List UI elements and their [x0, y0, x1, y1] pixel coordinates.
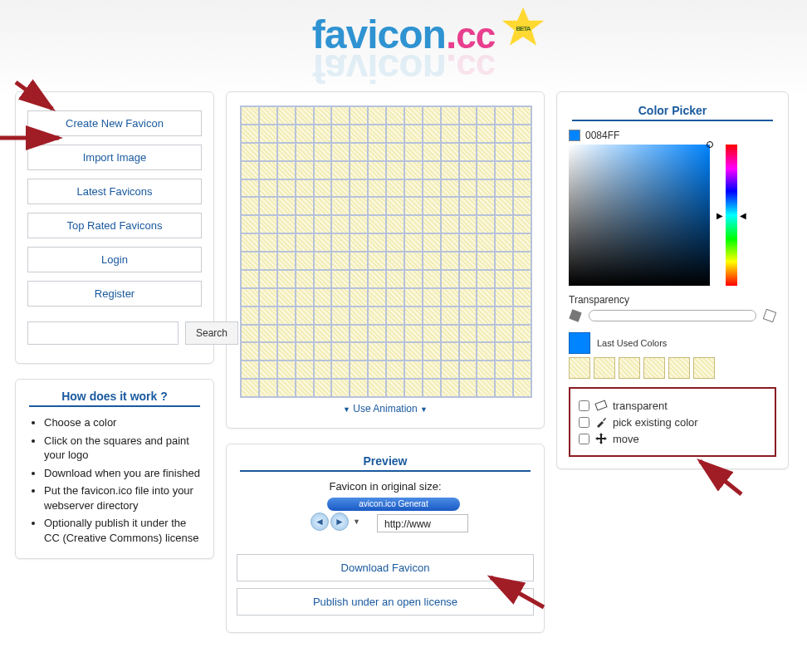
pixel-cell[interactable]: [423, 125, 441, 143]
pixel-cell[interactable]: [331, 361, 350, 379]
pixel-cell[interactable]: [459, 325, 477, 343]
pixel-cell[interactable]: [441, 106, 459, 125]
pixel-cell[interactable]: [513, 307, 531, 325]
pixel-cell[interactable]: [241, 325, 259, 343]
pixel-cell[interactable]: [331, 215, 350, 233]
pixel-cell[interactable]: [513, 325, 531, 343]
pixel-cell[interactable]: [277, 252, 296, 270]
pixel-cell[interactable]: [331, 288, 350, 307]
pixel-cell[interactable]: [259, 179, 277, 198]
pixel-cell[interactable]: [368, 125, 386, 143]
pixel-cell[interactable]: [314, 270, 332, 288]
pixel-cell[interactable]: [386, 379, 404, 397]
pixel-cell[interactable]: [314, 197, 332, 215]
pixel-cell[interactable]: [404, 125, 423, 143]
pixel-cell[interactable]: [277, 342, 296, 361]
pixel-cell[interactable]: [296, 197, 314, 215]
pixel-cell[interactable]: [368, 215, 386, 233]
pixel-cell[interactable]: [423, 342, 441, 361]
pixel-cell[interactable]: [314, 143, 332, 161]
pixel-cell[interactable]: [277, 361, 296, 379]
pixel-cell[interactable]: [314, 307, 332, 325]
pixel-cell[interactable]: [441, 233, 459, 252]
pixel-cell[interactable]: [477, 125, 495, 143]
pixel-cell[interactable]: [477, 342, 495, 361]
pixel-cell[interactable]: [350, 270, 368, 288]
last-color-swatch[interactable]: [693, 357, 715, 379]
pixel-cell[interactable]: [296, 106, 314, 125]
pixel-cell[interactable]: [477, 252, 495, 270]
pixel-cell[interactable]: [513, 342, 531, 361]
pixel-cell[interactable]: [477, 143, 495, 161]
pixel-cell[interactable]: [368, 161, 386, 179]
pixel-cell[interactable]: [495, 325, 513, 343]
pixel-cell[interactable]: [314, 233, 332, 252]
pick-color-checkbox[interactable]: [579, 417, 589, 428]
pixel-cell[interactable]: [513, 215, 531, 233]
pixel-cell[interactable]: [241, 252, 259, 270]
pixel-cell[interactable]: [259, 361, 277, 379]
pixel-cell[interactable]: [331, 270, 350, 288]
pixel-cell[interactable]: [459, 379, 477, 397]
download-favicon-button[interactable]: Download Favicon: [237, 554, 534, 581]
import-image-button[interactable]: Import Image: [27, 145, 202, 170]
pixel-cell[interactable]: [441, 125, 459, 143]
pixel-cell[interactable]: [495, 252, 513, 270]
pixel-cell[interactable]: [314, 342, 332, 361]
pixel-cell[interactable]: [441, 288, 459, 307]
pixel-cell[interactable]: [423, 106, 441, 125]
pixel-cell[interactable]: [477, 161, 495, 179]
pixel-cell[interactable]: [241, 270, 259, 288]
pixel-cell[interactable]: [441, 361, 459, 379]
pixel-cell[interactable]: [350, 252, 368, 270]
pixel-cell[interactable]: [368, 197, 386, 215]
pixel-cell[interactable]: [331, 233, 350, 252]
pixel-cell[interactable]: [423, 233, 441, 252]
pixel-cell[interactable]: [404, 307, 423, 325]
pixel-cell[interactable]: [423, 361, 441, 379]
pixel-cell[interactable]: [368, 307, 386, 325]
pixel-cell[interactable]: [441, 307, 459, 325]
pixel-cell[interactable]: [277, 215, 296, 233]
pixel-cell[interactable]: [423, 307, 441, 325]
last-color-swatch[interactable]: [569, 357, 590, 379]
pixel-cell[interactable]: [314, 106, 332, 125]
pixel-cell[interactable]: [368, 106, 386, 125]
pixel-cell[interactable]: [513, 179, 531, 198]
pixel-cell[interactable]: [459, 125, 477, 143]
pixel-cell[interactable]: [441, 252, 459, 270]
pixel-cell[interactable]: [277, 288, 296, 307]
pixel-cell[interactable]: [331, 307, 350, 325]
pixel-cell[interactable]: [331, 197, 350, 215]
pixel-cell[interactable]: [259, 379, 277, 397]
pixel-cell[interactable]: [423, 197, 441, 215]
pixel-cell[interactable]: [495, 233, 513, 252]
pixel-cell[interactable]: [404, 288, 423, 307]
pixel-cell[interactable]: [423, 288, 441, 307]
pixel-cell[interactable]: [386, 270, 404, 288]
pixel-cell[interactable]: [423, 161, 441, 179]
last-color-swatch[interactable]: [619, 357, 640, 379]
use-animation-toggle[interactable]: ▼ Use Animation ▼: [240, 403, 531, 414]
pixel-cell[interactable]: [386, 342, 404, 361]
latest-favicons-button[interactable]: Latest Favicons: [27, 179, 202, 204]
publish-license-button[interactable]: Publish under an open license: [237, 588, 534, 616]
pixel-cell[interactable]: [259, 252, 277, 270]
saturation-value-picker[interactable]: [569, 145, 710, 286]
search-button[interactable]: Search: [185, 321, 238, 345]
pixel-cell[interactable]: [404, 379, 423, 397]
pixel-cell[interactable]: [386, 197, 404, 215]
pixel-cell[interactable]: [350, 307, 368, 325]
pixel-cell[interactable]: [331, 325, 350, 343]
pixel-cell[interactable]: [241, 125, 259, 143]
pixel-cell[interactable]: [423, 270, 441, 288]
pixel-cell[interactable]: [495, 361, 513, 379]
pixel-cell[interactable]: [350, 197, 368, 215]
pixel-cell[interactable]: [495, 342, 513, 361]
pixel-cell[interactable]: [259, 342, 277, 361]
pixel-cell[interactable]: [277, 106, 296, 125]
pixel-cell[interactable]: [350, 106, 368, 125]
pixel-cell[interactable]: [350, 143, 368, 161]
pixel-cell[interactable]: [296, 252, 314, 270]
pixel-cell[interactable]: [495, 288, 513, 307]
